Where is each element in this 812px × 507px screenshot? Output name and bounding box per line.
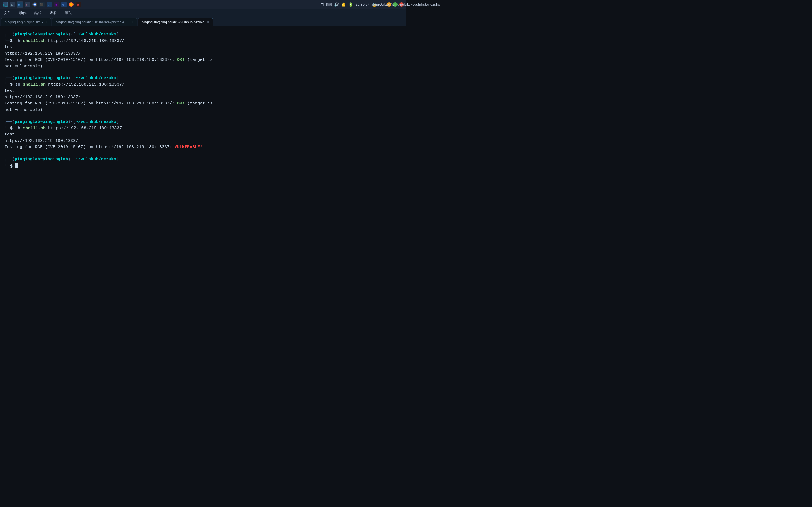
prompt-4: ┌──(pinginglab⌨pinginglab)-[~/vulnhub/ne… [4, 156, 402, 163]
app-icon-2[interactable]: ▣ [17, 1, 23, 8]
sys-icon-5: 🔋 [348, 2, 353, 7]
firefox-icon[interactable] [68, 1, 74, 8]
tab-exploits-label: pinginglab@pinginglab: /usr/share/exploi… [56, 20, 129, 24]
app-icon-6[interactable]: ◆ [54, 1, 60, 8]
output-3-line-3: Testing for RCE (CVE-2019-15107) on http… [4, 144, 402, 151]
sys-icon-3: 🔊 [334, 2, 339, 7]
svg-point-10 [34, 4, 36, 5]
menubar: 文件 动作 編輯 查看 幫助 [0, 9, 406, 17]
vscode-icon[interactable]: ⧉ [61, 1, 67, 8]
sys-icon-4: 🔔 [341, 2, 346, 7]
menu-file[interactable]: 文件 [2, 10, 13, 16]
cmd-1: └─$ sh shell1.sh https://192.168.219.180… [4, 38, 402, 45]
output-2-line-3: Testing for RCE (CVE-2019-15107) on http… [4, 101, 402, 113]
menu-help[interactable]: 幫助 [63, 10, 74, 16]
svg-text:◈: ◈ [26, 3, 28, 6]
tab-nezuko-close[interactable]: ✕ [207, 20, 209, 24]
tab-home-close[interactable]: ✕ [45, 20, 48, 24]
svg-point-20 [70, 3, 73, 6]
svg-text:⬛: ⬛ [40, 3, 44, 6]
tab-home-label: pinginglab@pinginglab: ~ [5, 20, 43, 24]
cmd-4-empty: └─$ [4, 163, 402, 170]
titlebar-left: >_ ⊞ ▣ ◈ ⬛ ☆ ◆ [2, 1, 82, 8]
output-3-line-1: test [4, 131, 402, 138]
cursor [15, 163, 18, 168]
output-1-line-3: Testing for RCE (CVE-2019-15107) on http… [4, 57, 402, 69]
taskbar-apps: ⊞ ▣ ◈ ⬛ ☆ ◆ ⧉ [10, 1, 82, 8]
app-icon-4[interactable]: ⬛ [39, 1, 45, 8]
prompt-2: ┌──(pinginglab⌨pinginglab)-[~/vulnhub/ne… [4, 75, 402, 82]
svg-text:⧉: ⧉ [62, 3, 64, 6]
prompt-1: ┌──(pinginglab⌨pinginglab)-[~/vulnhub/ne… [4, 32, 402, 38]
tab-home[interactable]: pinginglab@pinginglab: ~ ✕ [1, 18, 51, 26]
app-icon-3[interactable]: ◈ [24, 1, 31, 8]
terminal-icon: >_ [2, 2, 8, 7]
output-1-line-2: https://192.168.219.180:13337/ [4, 51, 402, 57]
window-title: pinginglab@pinginglab: ~/vulnhub/nezuko [372, 2, 406, 6]
menu-view[interactable]: 查看 [48, 10, 59, 16]
output-3-line-2: https://192.168.219.180:13337 [4, 138, 402, 145]
svg-text:☆: ☆ [47, 3, 49, 6]
cmd-3: └─$ sh shell1.sh https://192.168.219.180… [4, 125, 402, 132]
tab-nezuko[interactable]: pinginglab@pinginglab: ~/vulnhub/nezuko … [138, 18, 213, 26]
sys-icon-2: ⌨ [326, 2, 332, 7]
app-icon-5[interactable]: ☆ [46, 1, 52, 8]
tabs-bar: pinginglab@pinginglab: ~ ✕ pinginglab@pi… [0, 17, 406, 26]
menu-edit[interactable]: 編輯 [33, 10, 43, 16]
tab-exploits-close[interactable]: ✕ [131, 20, 134, 24]
chrome-icon[interactable] [32, 1, 38, 8]
app-icon-1[interactable]: ⊞ [10, 1, 16, 8]
output-2-line-2: https://192.168.219.180:13337/ [4, 94, 402, 101]
clock: 20:39:54 [355, 2, 370, 6]
output-2-line-1: test [4, 88, 402, 94]
svg-text:>_: >_ [3, 3, 7, 7]
svg-text:◆: ◆ [55, 3, 57, 6]
tab-nezuko-label: pinginglab@pinginglab: ~/vulnhub/nezuko [142, 20, 204, 24]
menu-action[interactable]: 动作 [17, 10, 28, 16]
prompt-3: ┌──(pinginglab⌨pinginglab)-[~/vulnhub/ne… [4, 119, 402, 125]
titlebar: >_ ⊞ ▣ ◈ ⬛ ☆ ◆ [0, 0, 406, 9]
output-1-line-1: test [4, 44, 402, 51]
svg-text:◉: ◉ [77, 3, 80, 6]
terminal[interactable]: ┌──(pinginglab⌨pinginglab)-[~/vulnhub/ne… [0, 26, 406, 253]
sys-icon-1: ⊟ [320, 2, 324, 7]
app-icon-7[interactable]: ◉ [75, 1, 82, 8]
tab-exploits[interactable]: pinginglab@pinginglab: /usr/share/exploi… [52, 18, 137, 26]
svg-text:▣: ▣ [18, 3, 20, 6]
cmd-2: └─$ sh shell1.sh https://192.168.219.180… [4, 82, 402, 88]
svg-text:⊞: ⊞ [11, 3, 13, 6]
